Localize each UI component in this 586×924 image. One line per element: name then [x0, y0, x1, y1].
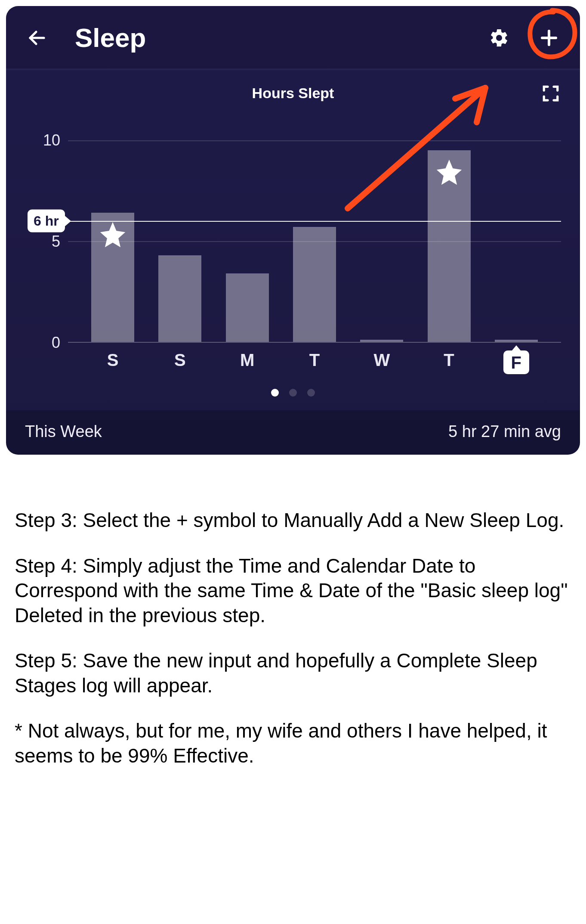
add-button[interactable] [537, 26, 561, 50]
x-label[interactable]: T [444, 350, 454, 374]
step-3-text: Step 3: Select the + symbol to Manually … [15, 508, 571, 533]
bar [495, 340, 538, 342]
pagination-dot[interactable] [271, 389, 279, 397]
bar [293, 227, 336, 342]
avg-line [68, 221, 561, 222]
bar [158, 255, 201, 342]
y-tick: 10 [43, 131, 60, 149]
chart-section: Hours Slept 0510 6 hr SSMTWTF [6, 70, 580, 401]
settings-button[interactable] [487, 26, 511, 50]
bar [428, 150, 471, 342]
bar [226, 273, 269, 342]
expand-button[interactable] [540, 83, 561, 104]
y-tick: 0 [52, 334, 60, 352]
x-label[interactable]: M [240, 350, 254, 374]
summary-bar: This Week 5 hr 27 min avg [6, 410, 580, 455]
avg-label: 5 hr 27 min avg [448, 422, 561, 441]
period-label: This Week [25, 422, 102, 441]
x-label[interactable]: S [174, 350, 186, 374]
star-icon [98, 220, 128, 250]
step-4-text: Step 4: Simply adjust the Time and Calen… [15, 554, 571, 628]
pagination-dots[interactable] [25, 389, 561, 397]
chart-plot[interactable]: 6 hr [68, 140, 561, 343]
pagination-dot[interactable] [307, 389, 315, 397]
gridline [68, 241, 561, 242]
sleep-app-card: Sleep Hours Slept 0510 6 hr SSMTWTF [6, 6, 580, 455]
bar [91, 213, 134, 342]
bar [360, 340, 403, 342]
star-icon [434, 157, 464, 187]
chart-title: Hours Slept [25, 85, 561, 102]
y-axis: 0510 [25, 140, 68, 343]
pagination-dot[interactable] [289, 389, 297, 397]
x-label[interactable]: W [373, 350, 390, 374]
back-button[interactable] [25, 26, 49, 50]
avg-line-label: 6 hr [28, 210, 65, 233]
step-5-text: Step 5: Save the new input and hopefully… [15, 648, 571, 698]
gridline [68, 140, 561, 141]
page-title: Sleep [75, 22, 461, 53]
note-text: * Not always, but for me, my wife and ot… [15, 719, 571, 768]
chart-canvas: 0510 6 hr [25, 140, 561, 343]
x-label[interactable]: S [107, 350, 119, 374]
x-axis: SSMTWTF [25, 343, 561, 374]
x-label[interactable]: T [309, 350, 320, 374]
y-tick: 5 [52, 233, 60, 251]
app-header: Sleep [6, 6, 580, 68]
instruction-text: Step 3: Select the + symbol to Manually … [0, 461, 586, 806]
x-label[interactable]: F [503, 350, 529, 374]
